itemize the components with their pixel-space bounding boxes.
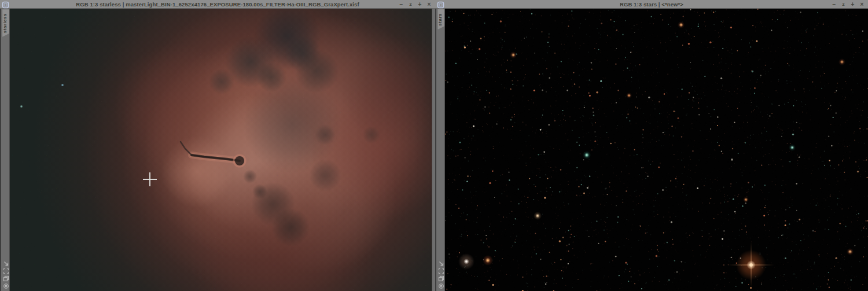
- resize-arrow-icon[interactable]: [438, 260, 444, 267]
- starfield-image[interactable]: [445, 9, 868, 291]
- stars-image-view[interactable]: [444, 9, 868, 291]
- close-button[interactable]: ×: [859, 0, 865, 9]
- shade-button[interactable]: z: [408, 1, 413, 8]
- titlebar-stars[interactable]: RGB 1:3 stars | <*new*> − z + ×: [435, 0, 868, 9]
- target-icon[interactable]: [3, 283, 9, 289]
- frame-icon[interactable]: [3, 268, 9, 274]
- window-title: RGB 1:3 stars | <*new*>: [435, 0, 868, 9]
- window-title: RGB 1:3 starless | masterLight_BIN-1_625…: [0, 0, 435, 9]
- iconize-button[interactable]: −: [832, 0, 837, 9]
- pixinsight-workspace: RGB 1:3 starless | masterLight_BIN-1_625…: [0, 0, 868, 291]
- copy-icon[interactable]: [438, 275, 444, 282]
- window-side-frame: stars: [435, 9, 444, 291]
- resize-arrow-icon[interactable]: [3, 260, 9, 267]
- nebula-image[interactable]: [10, 9, 432, 291]
- frame-icon[interactable]: [438, 268, 444, 274]
- view-tab-starless[interactable]: starless: [2, 9, 10, 37]
- maximize-button[interactable]: +: [417, 0, 422, 9]
- copy-icon[interactable]: [3, 275, 9, 282]
- shade-button[interactable]: z: [841, 1, 846, 8]
- window-side-frame: starless: [0, 9, 9, 291]
- maximize-button[interactable]: +: [850, 0, 855, 9]
- image-window-stars: RGB 1:3 stars | <*new*> − z + × stars: [435, 0, 868, 291]
- close-button[interactable]: ×: [426, 0, 432, 9]
- image-window-starless: RGB 1:3 starless | masterLight_BIN-1_625…: [0, 0, 435, 291]
- titlebar-starless[interactable]: RGB 1:3 starless | masterLight_BIN-1_625…: [0, 0, 435, 9]
- target-icon[interactable]: [438, 283, 444, 289]
- starless-image-view[interactable]: [9, 9, 432, 291]
- view-tab-stars[interactable]: stars: [437, 9, 445, 30]
- iconize-button[interactable]: −: [399, 0, 404, 9]
